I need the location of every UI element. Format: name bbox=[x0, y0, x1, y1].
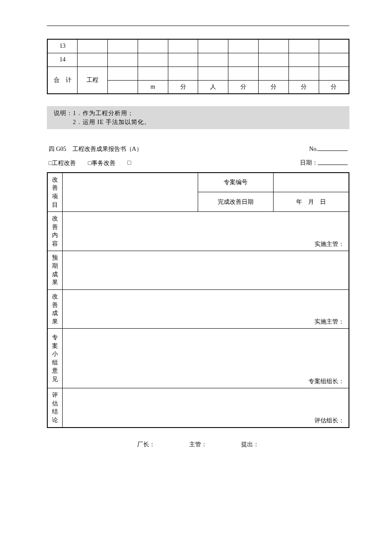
label-team-opinion: 专案小组意见 bbox=[47, 329, 62, 388]
cell bbox=[198, 39, 228, 53]
note-block: 说明：1．作为工程分析用； 说明：2．运用 IE 手法加以简化。 bbox=[47, 106, 349, 129]
cell bbox=[168, 66, 198, 80]
unit-cell: m bbox=[138, 80, 168, 94]
label-improve-result: 改善成果 bbox=[47, 289, 62, 328]
date-label: 日期： bbox=[300, 160, 318, 166]
section-header: 四 G05 工程改善成果报告书（A） No. bbox=[47, 145, 349, 153]
project-label: 工程 bbox=[78, 66, 108, 94]
unit-cell: 人 bbox=[198, 80, 228, 94]
label-improve-content: 改善内容 bbox=[47, 212, 62, 251]
unit-cell: 分 bbox=[259, 80, 289, 94]
cell bbox=[288, 66, 319, 80]
checkbox-improve-affairs: □事务改善 bbox=[88, 159, 115, 167]
note-line-2: 2．运用 IE 手法加以简化。 bbox=[73, 119, 150, 125]
signer-supervisor-2: 实施主管： bbox=[314, 318, 344, 326]
report-table: 改善项目 专案编号 完成改善日期 年 月 日 改善内容 实施主管： 预期成果 改… bbox=[47, 172, 349, 428]
check-line: □工程改善 □事务改善 □ 日期： bbox=[47, 158, 349, 167]
cell bbox=[228, 39, 259, 53]
team-opinion-cell: 专案组组长： bbox=[62, 329, 349, 388]
cell bbox=[108, 53, 138, 66]
page: 13 14 合 计 工程 m 分 人 分 分 分 分 说明：1．作为工程分析用； bbox=[0, 0, 392, 474]
expected-result-cell bbox=[62, 251, 349, 289]
date-underline bbox=[318, 158, 348, 165]
header-rule bbox=[47, 26, 349, 26]
cell bbox=[78, 39, 108, 53]
unit-cell: 分 bbox=[288, 80, 319, 94]
footer-supervisor: 主管： bbox=[189, 441, 207, 448]
table-row: 合 计 工程 bbox=[47, 66, 349, 80]
table-row: 改善成果 实施主管： bbox=[47, 289, 349, 328]
cell bbox=[168, 39, 198, 53]
no-underline bbox=[318, 145, 348, 151]
cell bbox=[138, 66, 168, 80]
cell bbox=[319, 39, 349, 53]
table-row: 预期成果 bbox=[47, 251, 349, 289]
row-num: 13 bbox=[47, 39, 78, 53]
finish-date-value: 年 月 日 bbox=[274, 192, 349, 212]
cell bbox=[319, 66, 349, 80]
cell bbox=[138, 53, 168, 66]
date-field: 日期： bbox=[300, 158, 348, 167]
improve-result-cell: 实施主管： bbox=[62, 289, 349, 328]
cell bbox=[198, 53, 228, 66]
cell bbox=[288, 39, 319, 53]
note-line-1: 1．作为工程分析用； bbox=[73, 110, 134, 116]
case-no-label: 专案编号 bbox=[198, 173, 274, 192]
case-no-value bbox=[274, 173, 349, 192]
note-prefix: 说明： bbox=[54, 110, 73, 116]
label-expected-result: 预期成果 bbox=[47, 251, 62, 289]
table-row: 评估结论 评估组长： bbox=[47, 388, 349, 428]
no-field: No. bbox=[309, 145, 348, 153]
total-label: 合 计 bbox=[47, 66, 78, 94]
footer-factory-head: 厂长： bbox=[137, 441, 155, 448]
checkbox-other: □ bbox=[127, 159, 131, 167]
label-improve-item: 改善项目 bbox=[47, 173, 62, 212]
table-row: 改善项目 专案编号 bbox=[47, 173, 349, 192]
cell bbox=[228, 66, 259, 80]
cell bbox=[138, 39, 168, 53]
table-row: 13 bbox=[47, 39, 349, 53]
signer-team-leader: 专案组组长： bbox=[308, 378, 344, 385]
section-title: 四 G05 工程改善成果报告书（A） bbox=[49, 145, 142, 153]
cell bbox=[259, 53, 289, 66]
cell bbox=[168, 53, 198, 66]
cell bbox=[319, 53, 349, 66]
footer-signers: 厂长： 主管： 提出： bbox=[47, 441, 349, 448]
top-table: 13 14 合 计 工程 m 分 人 分 分 分 分 bbox=[47, 39, 349, 94]
cell bbox=[198, 66, 228, 80]
cell bbox=[78, 53, 108, 66]
cell bbox=[259, 66, 289, 80]
table-row: 专案小组意见 专案组组长： bbox=[47, 329, 349, 388]
cell bbox=[259, 39, 289, 53]
cell bbox=[62, 173, 198, 212]
footer-proposer: 提出： bbox=[241, 441, 259, 448]
cell bbox=[108, 39, 138, 53]
table-row: 改善内容 实施主管： bbox=[47, 212, 349, 251]
finish-date-label: 完成改善日期 bbox=[198, 192, 274, 212]
cell bbox=[108, 66, 138, 80]
improve-content-cell: 实施主管： bbox=[62, 212, 349, 251]
signer-eval-leader: 评估组长： bbox=[314, 417, 344, 425]
unit-cell: 分 bbox=[319, 80, 349, 94]
row-num: 14 bbox=[47, 53, 78, 66]
unit-cell: 分 bbox=[168, 80, 198, 94]
label-eval-conclusion: 评估结论 bbox=[47, 388, 62, 428]
checkbox-improve-process: □工程改善 bbox=[49, 159, 76, 167]
unit-cell: 分 bbox=[228, 80, 259, 94]
cell bbox=[108, 80, 138, 94]
cell bbox=[288, 53, 319, 66]
cell bbox=[228, 53, 259, 66]
eval-conclusion-cell: 评估组长： bbox=[62, 388, 349, 428]
no-label: No. bbox=[309, 146, 318, 152]
table-row: 14 bbox=[47, 53, 349, 66]
signer-supervisor: 实施主管： bbox=[314, 240, 344, 248]
